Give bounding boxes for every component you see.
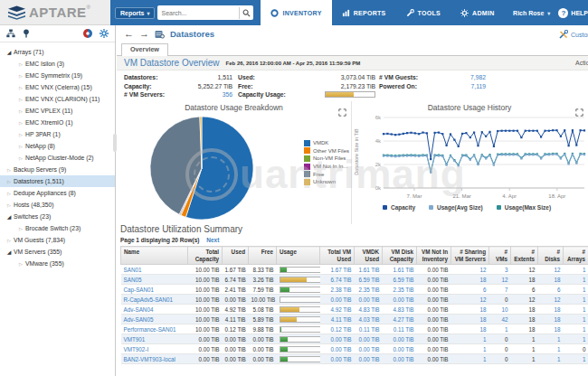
cell-link[interactable]: 1 bbox=[557, 336, 561, 343]
sidebar-item-emc-symmetrix[interactable]: ▷EMC Symmetrix (19) bbox=[0, 70, 115, 81]
cell-sharing_vm_servers[interactable]: 1 bbox=[451, 344, 489, 354]
cell-vmdk_used[interactable]: 1.61 TiB bbox=[355, 265, 383, 275]
cell-link[interactable]: 0.11 TiB bbox=[359, 326, 380, 333]
cell-link[interactable]: 18 bbox=[554, 316, 560, 323]
cell-total_vm_used[interactable]: 0.00 TiB bbox=[320, 295, 355, 305]
cell-total_vm_used[interactable]: 0.00 TiB bbox=[320, 334, 355, 344]
column-header-free[interactable]: Free bbox=[249, 247, 277, 265]
help-button[interactable]: ? HELP bbox=[558, 8, 588, 18]
cell-link[interactable]: 4.03 TiB bbox=[358, 316, 379, 323]
cell-link[interactable]: 6.59 TiB bbox=[358, 277, 379, 283]
cell-vm_disk_capacity[interactable]: 4.83 TiB bbox=[383, 305, 417, 315]
cell-link[interactable]: 1 bbox=[505, 326, 508, 333]
cell-disks[interactable]: 1 bbox=[538, 344, 564, 354]
cell-link[interactable]: 1 bbox=[583, 287, 586, 293]
cell-total_vm_used[interactable]: 1.67 TiB bbox=[320, 265, 355, 275]
hierarchy-icon[interactable] bbox=[6, 29, 15, 38]
cell-disks[interactable]: 12 bbox=[538, 265, 564, 275]
cell-vmdk_used[interactable]: 4.03 TiB bbox=[355, 315, 383, 324]
cell-arrays[interactable]: 1 bbox=[564, 315, 588, 324]
cell-name[interactable]: SAN05 bbox=[121, 275, 188, 285]
cell-link[interactable]: 0.00 TiB bbox=[358, 356, 379, 362]
cell-link[interactable]: 1 bbox=[557, 346, 561, 352]
column-header-total_capacity[interactable]: Total Capacity bbox=[188, 247, 223, 265]
cell-link[interactable]: 6.59 TiB bbox=[393, 277, 413, 283]
cell-link[interactable]: Adv-SAN04 bbox=[124, 306, 154, 313]
sidebar-item-emc-vplex[interactable]: ▷EMC VPLEX (11) bbox=[0, 105, 115, 117]
cell-vmdk_used[interactable]: 4.83 TiB bbox=[355, 305, 383, 315]
sidebar-item-arrays[interactable]: ◢Arrays (71) bbox=[0, 46, 115, 58]
cell-name[interactable]: R-CapAdv5-SAN01 bbox=[121, 295, 188, 305]
cell-total_vm_used[interactable]: 2.38 TiB bbox=[320, 285, 355, 295]
column-header-arrays[interactable]: # Arrays bbox=[564, 247, 588, 265]
cell-sharing_vm_servers[interactable]: 6 bbox=[451, 285, 489, 295]
cell-total_vm_used[interactable]: 0.00 TiB bbox=[320, 344, 355, 354]
cell-total_vm_used[interactable]: 0.12 TiB bbox=[320, 324, 355, 334]
cell-total_vm_used[interactable]: 6.74 TiB bbox=[320, 275, 355, 285]
expand-icon[interactable]: ▷ bbox=[16, 85, 25, 90]
expand-icon[interactable]: ▷ bbox=[16, 155, 25, 161]
stat-value[interactable]: 7,119 bbox=[470, 83, 486, 89]
cell-vms[interactable]: 1 bbox=[489, 324, 511, 334]
cell-link[interactable]: 42 bbox=[501, 316, 507, 323]
cell-disks[interactable]: 18 bbox=[538, 305, 564, 315]
cell-name[interactable]: Cap-SAN01 bbox=[121, 285, 188, 295]
cell-link[interactable]: 4.11 TiB bbox=[331, 316, 352, 323]
collapse-icon[interactable]: ◢ bbox=[5, 213, 14, 220]
sidebar-collapse-handle[interactable] bbox=[113, 134, 117, 152]
cell-arrays[interactable]: 1 bbox=[564, 265, 588, 275]
sidebar-item-hosts[interactable]: ▷Hosts (48,350) bbox=[0, 199, 115, 211]
cell-vm_disk_capacity[interactable]: 0.00 TiB bbox=[383, 354, 417, 364]
cell-vmdk_used[interactable]: 2.35 TiB bbox=[355, 285, 383, 295]
cell-vmdk_used[interactable]: 0.11 TiB bbox=[355, 324, 383, 334]
cell-link[interactable]: SAN05 bbox=[124, 277, 142, 283]
cell-arrays[interactable]: 1 bbox=[564, 305, 588, 315]
cell-link[interactable]: 0.00 TiB bbox=[358, 336, 379, 343]
cell-arrays[interactable]: 1 bbox=[564, 354, 588, 364]
expand-icon[interactable]: ▷ bbox=[5, 202, 14, 208]
cell-sharing_vm_servers[interactable]: 1 bbox=[451, 334, 489, 344]
expand-icon[interactable]: ▷ bbox=[16, 132, 25, 137]
sidebar-item-emc-vnx[interactable]: ▷EMC VNX (Celerra) (15) bbox=[0, 81, 115, 93]
cell-vms[interactable]: 42 bbox=[489, 315, 511, 324]
sidebar-item-emc-isilon[interactable]: ▷EMC Isilon (3) bbox=[0, 58, 115, 70]
expand-icon[interactable]: ▷ bbox=[16, 61, 25, 67]
column-header-used[interactable]: Used bbox=[223, 247, 249, 265]
sidebar-item-netapp[interactable]: ▷NetApp (8) bbox=[0, 140, 115, 152]
cell-link[interactable]: 4.83 TiB bbox=[358, 306, 379, 313]
cell-disks[interactable]: 1 bbox=[538, 334, 564, 344]
cell-arrays[interactable]: 1 bbox=[564, 285, 588, 295]
expand-icon[interactable]: ▷ bbox=[16, 97, 25, 102]
cell-link[interactable]: 0.00 TiB bbox=[330, 336, 351, 343]
cell-arrays[interactable]: 1 bbox=[564, 324, 588, 334]
cell-disks[interactable]: 1 bbox=[538, 354, 564, 364]
cell-vmdk_used[interactable]: 0.00 TiB bbox=[355, 354, 383, 364]
cell-link[interactable]: 12 bbox=[479, 296, 486, 303]
cell-link[interactable]: 1 bbox=[483, 336, 487, 343]
cell-link[interactable]: R-CapAdv5-SAN01 bbox=[124, 296, 174, 303]
cell-arrays[interactable]: 1 bbox=[564, 275, 588, 285]
cell-vm_disk_capacity[interactable]: 0.00 TiB bbox=[383, 295, 417, 305]
cell-sharing_vm_servers[interactable]: 18 bbox=[451, 324, 489, 334]
cell-link[interactable]: 1 bbox=[583, 356, 586, 362]
cell-arrays[interactable]: 1 bbox=[564, 334, 588, 344]
sidebar-item-hp-3par[interactable]: ▷HP 3PAR (1) bbox=[0, 128, 115, 140]
back-arrow-icon[interactable]: ← bbox=[124, 29, 134, 39]
cell-arrays[interactable]: 1 bbox=[564, 295, 588, 305]
expand-icon[interactable]: ▷ bbox=[16, 73, 25, 79]
cell-vm_disk_capacity[interactable]: 1.61 TiB bbox=[383, 265, 417, 275]
sidebar-item-backup-servers[interactable]: ▷Backup Servers (9) bbox=[0, 164, 115, 175]
cell-link[interactable]: 0.12 TiB bbox=[330, 326, 351, 333]
cell-link[interactable]: 1 bbox=[557, 356, 561, 362]
cell-vms[interactable]: 3 bbox=[489, 265, 511, 275]
cell-link[interactable]: 6 bbox=[483, 287, 487, 293]
cell-link[interactable]: BAN2-VMT903-local bbox=[124, 356, 175, 362]
sidebar-item-dedupe-appliances[interactable]: ▷Dedupe Appliances (8) bbox=[0, 187, 115, 199]
collapse-icon[interactable]: ◢ bbox=[5, 49, 14, 55]
sidebar-item-vmware[interactable]: ▷VMware (355) bbox=[0, 258, 115, 269]
cell-disks[interactable]: 18 bbox=[538, 324, 564, 334]
cell-vmdk_used[interactable]: 0.00 TiB bbox=[355, 295, 383, 305]
cell-name[interactable]: Adv-SAN04 bbox=[121, 305, 188, 315]
cell-link[interactable]: 4.83 TiB bbox=[393, 306, 413, 313]
cell-link[interactable]: 18 bbox=[479, 316, 486, 323]
